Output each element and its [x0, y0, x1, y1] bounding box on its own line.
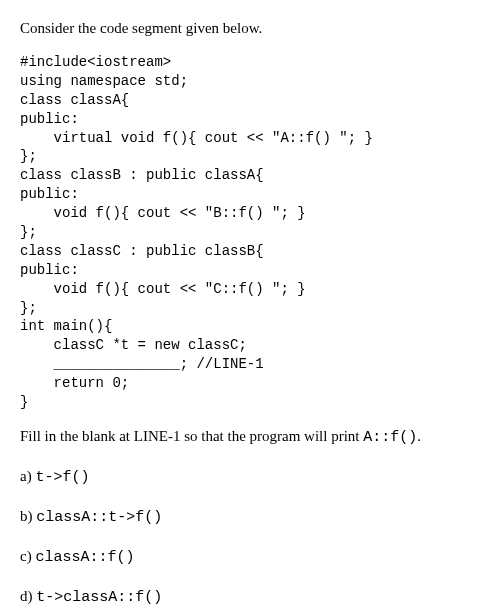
option-label-a: a) — [20, 468, 35, 484]
question-inline-code: A::f() — [363, 429, 417, 446]
question-text: Fill in the blank at LINE-1 so that the … — [20, 426, 484, 448]
question-prefix: Fill in the blank at LINE-1 so that the … — [20, 428, 363, 444]
option-label-d: d) — [20, 588, 36, 604]
option-code-a: t->f() — [35, 469, 89, 486]
code-segment: #include<iostream> using namespace std; … — [20, 53, 484, 412]
option-code-c: classA::f() — [35, 549, 134, 566]
option-c: c) classA::f() — [20, 546, 484, 568]
question-suffix: . — [417, 428, 421, 444]
option-b: b) classA::t->f() — [20, 506, 484, 528]
option-code-b: classA::t->f() — [36, 509, 162, 526]
option-a: a) t->f() — [20, 466, 484, 488]
option-label-b: b) — [20, 508, 36, 524]
option-d: d) t->classA::f() — [20, 586, 484, 608]
option-code-d: t->classA::f() — [36, 589, 162, 606]
intro-text: Consider the code segment given below. — [20, 18, 484, 39]
option-label-c: c) — [20, 548, 35, 564]
